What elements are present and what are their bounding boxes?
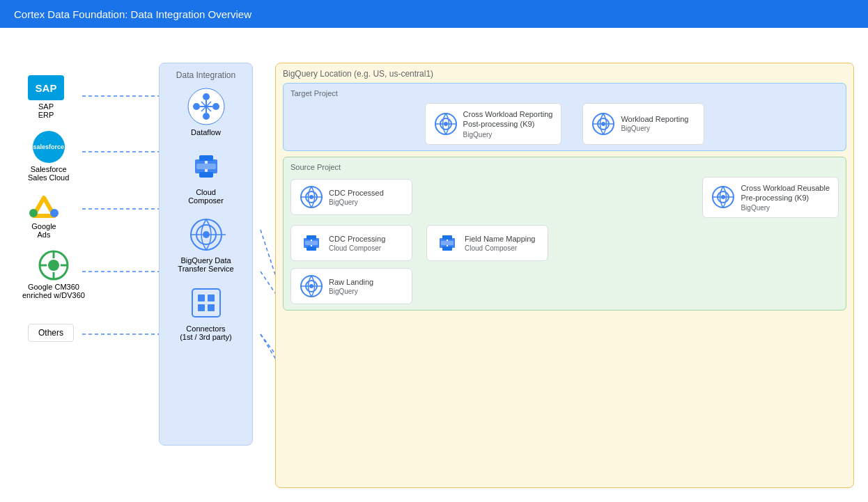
svg-rect-81 xyxy=(307,246,316,251)
others-box: Others xyxy=(28,324,74,342)
dataflow-label: Dataflow xyxy=(191,128,221,136)
diagram-wrapper: SAP SAPERP salesforce SalesforceSales Cl… xyxy=(7,35,861,495)
svg-point-31 xyxy=(50,209,59,217)
cloud-composer-label: CloudComposer xyxy=(188,188,224,205)
cross-workload-reporting-box: Cross Workload ReportingPost-processing … xyxy=(425,103,562,145)
cloud-composer-icon xyxy=(187,147,226,186)
svg-point-40 xyxy=(203,93,210,100)
cdc-processed-text: CDC Processed BigQuery xyxy=(329,189,384,206)
source-top-row: CDC Processed BigQuery xyxy=(290,177,839,219)
svg-rect-57 xyxy=(192,289,220,317)
source-sap: SAP SAPERP xyxy=(28,75,64,119)
workload-reporting-icon xyxy=(591,112,615,136)
source-salesforce: salesforce SalesforceSales Cloud xyxy=(28,131,69,182)
source-project-label: Source Project xyxy=(290,163,839,171)
svg-rect-58 xyxy=(198,295,205,301)
cross-workload-reporting-subtitle: BigQuery xyxy=(463,131,553,139)
sap-label: SAPERP xyxy=(38,102,54,119)
svg-rect-51 xyxy=(199,172,213,178)
cross-workload-reporting-text: Cross Workload ReportingPost-processing … xyxy=(463,109,553,139)
raw-landing-icon xyxy=(300,274,323,298)
cdc-processed-subtitle: BigQuery xyxy=(329,198,384,206)
cm360-label: Google CM360enriched w/DV360 xyxy=(22,283,85,299)
svg-rect-85 xyxy=(442,235,452,240)
workload-reporting-box: Workload Reporting BigQuery xyxy=(582,103,704,145)
bq-transfer-icon xyxy=(187,215,226,254)
raw-landing-text: Raw Landing BigQuery xyxy=(329,278,373,295)
cdc-processing-box: CDC Processing Cloud Composer xyxy=(290,225,412,261)
salesforce-label: SalesforceSales Cloud xyxy=(28,165,69,182)
cdc-processed-icon xyxy=(300,185,323,209)
salesforce-icon: salesforce xyxy=(33,131,65,163)
svg-rect-50 xyxy=(199,155,213,161)
source-mid-row: CDC Processing Cloud Composer xyxy=(290,225,839,261)
svg-rect-87 xyxy=(441,241,454,245)
bq-location-label: BigQuery Location (e.g. US, us-central1) xyxy=(283,69,846,79)
field-name-mapping-text: Field Name Mapping Cloud Composer xyxy=(465,235,536,252)
cdc-processed-box: CDC Processed BigQuery xyxy=(290,179,412,215)
cloud-composer-item: CloudComposer xyxy=(165,147,247,205)
raw-landing-box: Raw Landing BigQuery xyxy=(290,268,412,304)
bq-transfer-item: BigQuery DataTransfer Service xyxy=(165,215,247,273)
svg-rect-59 xyxy=(208,295,215,301)
cdc-processing-icon xyxy=(300,231,323,255)
cross-workload-reusable-subtitle: BigQuery xyxy=(741,204,830,212)
svg-point-41 xyxy=(203,113,210,120)
cm360-icon xyxy=(38,249,70,281)
data-integration-title: Data Integration xyxy=(165,70,247,80)
header-title: Cortex Data Foundation: Data Integration… xyxy=(14,8,251,20)
field-name-mapping-title: Field Name Mapping xyxy=(465,235,536,243)
svg-rect-60 xyxy=(198,304,205,311)
page-header: Cortex Data Foundation: Data Integration… xyxy=(0,0,868,28)
source-google-ads: GoogleAds xyxy=(28,189,60,239)
cdc-processing-title: CDC Processing xyxy=(329,235,385,243)
workload-reporting-subtitle: BigQuery xyxy=(621,125,688,132)
target-project-box: Target Project Cross Work xyxy=(283,83,846,151)
cdc-processing-text: CDC Processing Cloud Composer xyxy=(329,235,385,252)
target-project-boxes: Cross Workload ReportingPost-processing … xyxy=(290,103,839,145)
field-name-mapping-icon xyxy=(435,231,459,255)
data-integration-panel: Data Integration Dataflow xyxy=(159,63,253,446)
source-cm360: Google CM360enriched w/DV360 xyxy=(22,249,85,299)
raw-landing-title: Raw Landing xyxy=(329,278,373,286)
field-name-mapping-subtitle: Cloud Composer xyxy=(465,244,536,252)
svg-rect-82 xyxy=(305,241,318,245)
bq-location-area: BigQuery Location (e.g. US, us-central1)… xyxy=(275,63,854,488)
svg-point-32 xyxy=(29,209,38,217)
main-content: SAP SAPERP salesforce SalesforceSales Cl… xyxy=(0,28,868,502)
svg-rect-52 xyxy=(196,164,216,169)
cdc-processing-subtitle: Cloud Composer xyxy=(329,244,385,252)
cross-workload-reusable-title: Cross Workload ReusablePre-processing (K… xyxy=(741,183,830,203)
workload-reporting-title: Workload Reporting xyxy=(621,115,688,123)
source-bottom-row: Raw Landing BigQuery xyxy=(290,268,839,304)
google-ads-icon xyxy=(28,189,60,221)
dataflow-item: Dataflow xyxy=(165,87,247,136)
google-ads-label: GoogleAds xyxy=(31,222,56,239)
target-project-label: Target Project xyxy=(290,89,839,97)
cross-workload-reusable-icon xyxy=(711,185,735,209)
dataflow-icon xyxy=(187,87,226,126)
cross-workload-reusable-box: Cross Workload ReusablePre-processing (K… xyxy=(702,177,839,219)
svg-point-42 xyxy=(193,103,200,110)
source-project-box: Source Project C xyxy=(283,157,846,311)
cross-workload-reusable-text: Cross Workload ReusablePre-processing (K… xyxy=(741,183,830,212)
raw-landing-subtitle: BigQuery xyxy=(329,288,373,295)
sap-icon: SAP xyxy=(28,75,64,100)
svg-point-34 xyxy=(48,260,59,271)
cross-workload-reporting-title: Cross Workload ReportingPost-processing … xyxy=(463,109,553,130)
bq-transfer-label: BigQuery DataTransfer Service xyxy=(178,256,233,273)
connectors-item: Connectors(1st / 3rd party) xyxy=(165,283,247,341)
svg-point-43 xyxy=(212,103,219,110)
svg-rect-80 xyxy=(307,235,316,240)
workload-reporting-text: Workload Reporting BigQuery xyxy=(621,115,688,132)
svg-rect-86 xyxy=(442,246,452,251)
source-others: Others xyxy=(28,324,74,342)
field-name-mapping-box: Field Name Mapping Cloud Composer xyxy=(426,225,548,261)
svg-rect-61 xyxy=(208,304,215,311)
connectors-icon xyxy=(187,283,226,322)
connectors-label: Connectors(1st / 3rd party) xyxy=(180,324,232,341)
cross-workload-reporting-icon xyxy=(434,112,458,136)
cdc-processed-title: CDC Processed xyxy=(329,189,384,197)
